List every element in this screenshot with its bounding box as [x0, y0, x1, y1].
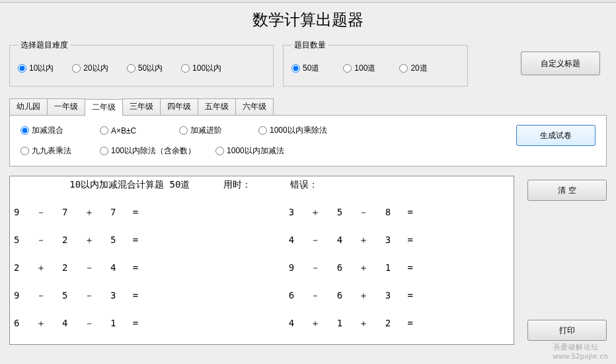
difficulty-option[interactable]: 50以内	[127, 63, 163, 74]
generate-button[interactable]: 生成试卷	[516, 125, 596, 146]
type-option[interactable]: 100以内除法（含余数）	[100, 145, 196, 157]
grade-tab[interactable]: 四年级	[160, 98, 198, 115]
grade-tab[interactable]: 六年级	[235, 98, 274, 115]
type-option[interactable]: 1000以内乘除法	[258, 125, 327, 136]
output-textarea[interactable]: 10以内加减混合计算题 50道 用时： 错误： 9 － 7 ＋ 7 = 3 ＋ …	[9, 176, 514, 345]
grade-tab[interactable]: 五年级	[198, 98, 236, 115]
type-option[interactable]: 加减进阶	[179, 125, 239, 136]
type-option[interactable]: 加减混合	[20, 125, 80, 136]
count-option[interactable]: 50道	[291, 63, 319, 74]
difficulty-group: 选择题目难度 10以内20以内50以内100以内	[9, 40, 274, 87]
count-option[interactable]: 100道	[343, 63, 375, 74]
type-panel: 加减混合A×B±C加减进阶1000以内乘除法 九九表乘法100以内除法（含余数）…	[9, 115, 607, 166]
count-legend: 题目数量	[291, 40, 328, 51]
type-option[interactable]: A×B±C	[100, 126, 159, 135]
difficulty-legend: 选择题目难度	[18, 40, 71, 51]
grade-tab[interactable]: 三年级	[122, 98, 161, 115]
grade-tab[interactable]: 幼儿园	[9, 98, 48, 115]
print-button[interactable]: 打印	[527, 320, 607, 341]
difficulty-option[interactable]: 20以内	[72, 63, 108, 74]
count-group: 题目数量 50道100道20道	[283, 40, 468, 87]
difficulty-option[interactable]: 10以内	[18, 63, 54, 74]
count-option[interactable]: 20道	[399, 63, 427, 74]
custom-title-button[interactable]: 自定义标题	[521, 52, 600, 75]
difficulty-option[interactable]: 100以内	[181, 63, 221, 74]
grade-tab[interactable]: 二年级	[85, 99, 123, 116]
grade-tabs: 幼儿园一年级二年级三年级四年级五年级六年级	[9, 98, 607, 115]
grade-tab[interactable]: 一年级	[47, 98, 85, 115]
type-option[interactable]: 九九表乘法	[20, 145, 80, 157]
clear-button[interactable]: 清 空	[527, 180, 607, 201]
watermark: 吾爱破解论坛 www.52pojie.cn	[553, 342, 608, 360]
page-title: 数学计算出题器	[0, 3, 616, 40]
type-option[interactable]: 1000以内加减法	[215, 145, 284, 157]
